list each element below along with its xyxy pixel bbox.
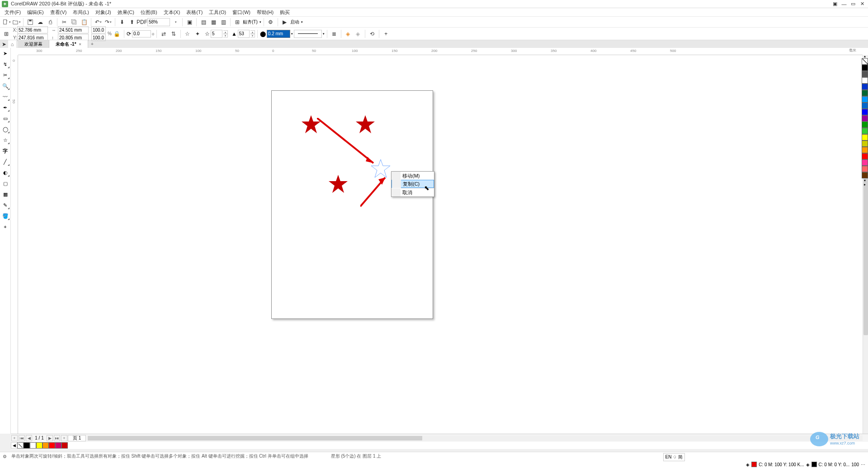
palette-3[interactable] (862, 84, 868, 90)
order-back-button[interactable]: ◈ (354, 29, 363, 38)
options-button[interactable]: ⚙ (266, 18, 275, 27)
palette-16[interactable] (862, 166, 868, 172)
ellipse-tool[interactable]: ◯ (1, 125, 10, 134)
points-up[interactable]: ▴ (223, 30, 228, 34)
add-page-button[interactable]: + (11, 435, 18, 441)
swatch-3[interactable] (49, 442, 55, 449)
star-sharp-input[interactable]: 53 (238, 30, 250, 38)
prev-page-button[interactable]: ◀ (26, 435, 32, 441)
menu-table[interactable]: 表格(T) (184, 9, 205, 16)
outline-width-drop[interactable]: ▾ (291, 32, 293, 36)
object-origin-button[interactable]: ⊞ (2, 29, 11, 38)
fill-tool[interactable]: 🪣 (1, 211, 10, 220)
order-front-button[interactable]: ◈ (344, 29, 353, 38)
palette-13[interactable] (862, 147, 868, 153)
wrap-text-button[interactable]: ≣ (330, 29, 339, 38)
window-extra-icon[interactable]: ▣ (831, 1, 839, 7)
drop-shadow-tool[interactable]: ▢ (1, 179, 10, 188)
palette-2[interactable] (862, 77, 868, 84)
zoom-input[interactable] (147, 18, 170, 26)
x-pos-input[interactable]: 52.786 mm (17, 26, 48, 33)
context-move[interactable]: 移动(M) (392, 172, 434, 180)
launch-icon[interactable]: ▶ (280, 18, 289, 27)
first-page-button[interactable]: ⏮ (19, 435, 25, 441)
line-style-input[interactable] (294, 30, 322, 38)
palette-5[interactable] (862, 96, 868, 103)
undo-button[interactable]: ↶ (94, 18, 103, 27)
swatch-4[interactable] (55, 442, 61, 449)
scale-y-input[interactable]: 100.0 (91, 34, 106, 41)
palette-11[interactable] (862, 134, 868, 140)
menu-tools[interactable]: 工具(O) (206, 9, 229, 16)
color-scroll-left[interactable]: ◀ (11, 442, 17, 449)
effect-tool[interactable]: ◐ (1, 168, 10, 177)
width-input[interactable]: 24.501 mm (58, 26, 89, 33)
palette-7[interactable] (862, 109, 868, 115)
palette-17[interactable] (862, 172, 868, 178)
zoom-tool[interactable]: 🔍 (1, 81, 10, 90)
menu-layout[interactable]: 布局(L) (70, 9, 91, 16)
paste-button[interactable]: 📋 (80, 18, 89, 27)
next-page-button[interactable]: ▶ (47, 435, 53, 441)
shape-tool[interactable]: ↯ (1, 60, 10, 69)
menu-window[interactable]: 窗口(W) (230, 9, 253, 16)
menu-edit[interactable]: 编辑(E) (24, 9, 47, 16)
palette-expand[interactable]: ▸ (862, 183, 868, 187)
drawing-viewport[interactable]: 移动(M) 复制(C) 取消 ⬉ (18, 55, 863, 434)
outline-width-input[interactable]: 0.2 mm (267, 30, 290, 38)
menu-file[interactable]: 文件(F) (2, 9, 24, 16)
menu-bitmap[interactable]: 位图(B) (138, 9, 160, 16)
fill-diamond-icon[interactable]: ◈ (746, 462, 750, 467)
add-button[interactable]: + (382, 29, 391, 38)
zoom-dropdown[interactable] (171, 18, 180, 27)
menu-help[interactable]: 帮助(H) (254, 9, 276, 16)
palette-scroll-down[interactable]: ▾ (862, 178, 868, 183)
swatch-2[interactable] (42, 442, 49, 449)
context-copy[interactable]: 复制(C) (392, 180, 434, 188)
palette-8[interactable] (862, 115, 868, 122)
menu-effect[interactable]: 效果(C) (115, 9, 137, 16)
palette-12[interactable] (862, 140, 868, 147)
scale-x-input[interactable]: 100.0 (91, 26, 106, 33)
complex-star-icon[interactable]: ✦ (193, 29, 202, 38)
palette-15[interactable] (862, 159, 868, 166)
vertical-ruler[interactable]: 0 50 (11, 55, 18, 434)
swatch-0[interactable] (30, 442, 36, 449)
close-button[interactable]: ✕ (858, 1, 866, 7)
ruler-button[interactable]: ▤ (199, 18, 208, 27)
palette-1[interactable] (862, 71, 868, 77)
transparency-tool[interactable]: ▩ (1, 190, 10, 199)
cut-button[interactable]: ✂ (60, 18, 69, 27)
text-tool[interactable]: 字 (1, 146, 10, 155)
context-cancel[interactable]: 取消 (392, 188, 434, 197)
menu-object[interactable]: 对象(J) (93, 9, 114, 16)
document-tab-1[interactable]: 未命名 -1*× (49, 40, 88, 48)
tab-close-icon[interactable]: × (79, 42, 81, 47)
status-fill-swatch[interactable] (751, 462, 757, 467)
maximize-button[interactable]: ▭ (849, 1, 857, 7)
mirror-v-button[interactable]: ⇅ (169, 29, 178, 38)
snap-label[interactable]: 贴齐(T) (243, 19, 258, 25)
language-indicator[interactable]: EN ♢ 简 (663, 453, 685, 461)
palette-6[interactable] (862, 103, 868, 109)
quick-customize[interactable]: + (1, 222, 10, 231)
status-drop-next[interactable]: ⋯ (861, 462, 865, 467)
minimize-button[interactable]: — (840, 1, 848, 7)
convert-curves-button[interactable]: ⟲ (368, 29, 377, 38)
swatch-1[interactable] (36, 442, 42, 449)
gear-icon[interactable]: ⚙ (3, 454, 7, 459)
palette-nofill[interactable] (862, 58, 868, 65)
add-page-after-button[interactable]: + (61, 435, 67, 441)
fullscreen-button[interactable]: ▣ (185, 18, 194, 27)
palette-scroll-up[interactable]: ▴ (862, 54, 868, 58)
mirror-h-button[interactable]: ⇄ (159, 29, 168, 38)
line-style-drop[interactable]: ▾ (323, 32, 325, 36)
status-outline-swatch[interactable] (811, 462, 817, 467)
guides-button[interactable]: ▥ (219, 18, 228, 27)
print-button[interactable]: ⎙ (46, 18, 55, 27)
crop-tool[interactable]: ✂ (1, 70, 10, 80)
star-shape-3[interactable] (329, 175, 348, 193)
lock-ratio-button[interactable]: 🔒 (113, 29, 122, 38)
h-scroll-thumb[interactable] (88, 436, 422, 440)
line-tool[interactable]: ╱ (1, 157, 10, 166)
